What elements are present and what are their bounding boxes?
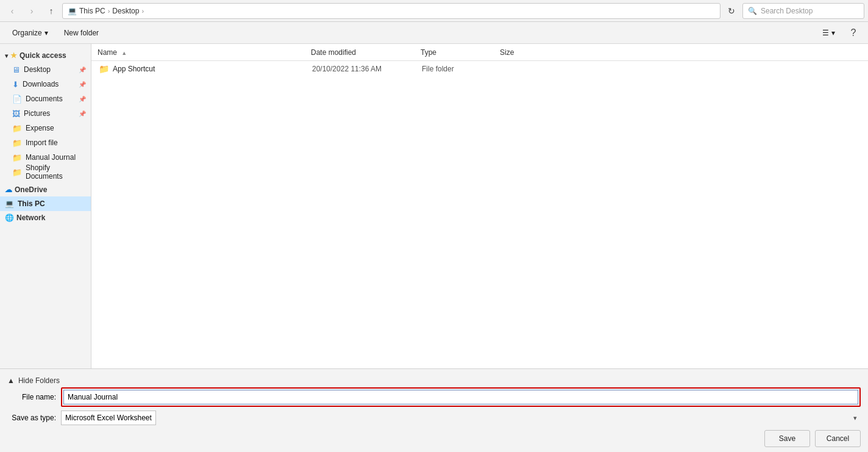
help-button[interactable]: ? xyxy=(845,24,862,41)
pin-icon-pictures: 📌 xyxy=(79,110,86,117)
column-header-type[interactable]: Type xyxy=(421,48,500,57)
sidebar-pictures-label: Pictures xyxy=(24,109,50,118)
file-name-cell: 📁 App Shortcut xyxy=(99,64,312,74)
organize-button[interactable]: Organize ▾ xyxy=(6,25,54,41)
cancel-button[interactable]: Cancel xyxy=(815,430,861,447)
pin-icon-downloads: 📌 xyxy=(79,81,86,88)
sidebar-manualjournal-label: Manual Journal xyxy=(26,153,76,162)
refresh-button[interactable]: ↻ xyxy=(723,2,740,20)
sidebar-item-pictures[interactable]: 🖼 Pictures 📌 xyxy=(0,106,91,121)
table-row[interactable]: 📁 App Shortcut 20/10/2022 11:36 AM File … xyxy=(98,61,862,77)
sidebar-item-shopifydocs[interactable]: 📁 Shopify Documents xyxy=(0,165,91,179)
back-button[interactable]: ‹ xyxy=(4,2,21,20)
column-headers: Name ▲ Date modified Type Size xyxy=(91,44,868,61)
sidebar-section-onedrive[interactable]: ☁ OneDrive xyxy=(0,183,91,196)
savetype-wrapper: Microsoft Excel Worksheet xyxy=(61,411,861,425)
save-button[interactable]: Save xyxy=(764,430,810,447)
breadcrumb-separator-1: › xyxy=(108,7,110,15)
sidebar-expense-label: Expense xyxy=(26,124,54,132)
sidebar-item-desktop[interactable]: 🖥 Desktop 📌 xyxy=(0,62,91,77)
hide-folders-label: Hide Folders xyxy=(18,376,60,385)
thispc-label: This PC xyxy=(18,199,45,208)
file-type-cell: File folder xyxy=(422,65,501,73)
forward-button[interactable]: › xyxy=(23,2,40,20)
onedrive-icon: ☁ xyxy=(5,185,12,194)
column-header-name[interactable]: Name ▲ xyxy=(98,48,311,57)
pin-icon-documents: 📌 xyxy=(79,96,86,102)
search-box[interactable]: 🔍 Search Desktop xyxy=(742,3,864,19)
content-area: Name ▲ Date modified Type Size 📁 App Sho… xyxy=(91,44,868,368)
new-folder-label: New folder xyxy=(64,29,99,37)
onedrive-label: OneDrive xyxy=(15,185,47,194)
shopifydocs-folder-icon: 📁 xyxy=(12,168,22,177)
sidebar-item-downloads[interactable]: ⬇ Downloads 📌 xyxy=(0,77,91,91)
sidebar-downloads-label: Downloads xyxy=(23,80,59,88)
help-icon: ? xyxy=(851,27,856,38)
view-icon: ☰ xyxy=(822,29,829,37)
sidebar-item-manualjournal[interactable]: 📁 Manual Journal xyxy=(0,150,91,165)
savetype-label: Save as type: xyxy=(7,414,56,422)
organize-chevron-icon: ▾ xyxy=(44,29,48,37)
search-icon: 🔍 xyxy=(748,7,757,15)
sidebar: ▾ ★ Quick access 🖥 Desktop 📌 ⬇ Downloads… xyxy=(0,44,91,368)
network-label: Network xyxy=(16,213,45,222)
sidebar-item-documents[interactable]: 📄 Documents 📌 xyxy=(0,91,91,106)
sidebar-section-network[interactable]: 🌐 Network xyxy=(0,211,91,224)
file-list: 📁 App Shortcut 20/10/2022 11:36 AM File … xyxy=(91,61,868,368)
sort-indicator: ▲ xyxy=(121,50,127,56)
computer-icon: 💻 xyxy=(68,7,77,15)
network-icon: 🌐 xyxy=(5,213,14,222)
chevron-down-icon: ▾ xyxy=(5,52,8,59)
bottom-panel: ▲ Hide Folders File name: Save as type: … xyxy=(0,368,868,452)
column-header-date[interactable]: Date modified xyxy=(311,48,421,57)
view-options-button[interactable]: ☰ ▾ xyxy=(816,25,841,41)
sidebar-shopifydocs-label: Shopify Documents xyxy=(26,163,86,181)
breadcrumb-item-thispc[interactable]: 💻 This PC xyxy=(68,7,105,15)
file-name-label: App Shortcut xyxy=(113,65,155,73)
quick-access-label: Quick access xyxy=(20,51,66,60)
sidebar-documents-label: Documents xyxy=(26,95,63,103)
sidebar-section-quick-access[interactable]: ▾ ★ Quick access xyxy=(0,49,91,62)
column-header-size[interactable]: Size xyxy=(500,48,549,57)
up-button[interactable]: ↑ xyxy=(43,2,60,20)
new-folder-button[interactable]: New folder xyxy=(58,25,105,41)
documents-icon: 📄 xyxy=(12,95,22,104)
sidebar-item-importfile[interactable]: 📁 Import file xyxy=(0,135,91,150)
savetype-select[interactable]: Microsoft Excel Worksheet xyxy=(61,411,156,425)
breadcrumb-separator-2: › xyxy=(141,7,144,15)
navigation-bar: ‹ › ↑ 💻 This PC › Desktop › ↻ 🔍 Search D… xyxy=(0,0,868,22)
desktop-icon: 🖥 xyxy=(12,65,20,74)
sidebar-section-thispc[interactable]: 💻 This PC xyxy=(0,196,91,211)
main-container: ▾ ★ Quick access 🖥 Desktop 📌 ⬇ Downloads… xyxy=(0,44,868,368)
expense-folder-icon: 📁 xyxy=(12,124,22,133)
importfile-folder-icon: 📁 xyxy=(12,138,22,148)
file-date-cell: 20/10/2022 11:36 AM xyxy=(312,65,422,73)
action-row: Save Cancel xyxy=(7,430,861,447)
filename-row: File name: xyxy=(7,387,861,407)
breadcrumb[interactable]: 💻 This PC › Desktop › xyxy=(62,3,720,19)
hide-folders-chevron-icon: ▲ xyxy=(7,376,15,385)
folder-icon: 📁 xyxy=(99,64,109,74)
view-chevron-icon: ▾ xyxy=(831,29,835,37)
toolbar: Organize ▾ New folder ☰ ▾ ? xyxy=(0,22,868,44)
thispc-icon: 💻 xyxy=(5,199,14,208)
filename-label: File name: xyxy=(7,393,56,401)
star-icon: ★ xyxy=(10,51,17,60)
sidebar-item-expense[interactable]: 📁 Expense xyxy=(0,121,91,135)
savetype-row: Save as type: Microsoft Excel Worksheet xyxy=(7,411,861,425)
pictures-icon: 🖼 xyxy=(12,109,20,118)
sidebar-importfile-label: Import file xyxy=(26,138,58,147)
hide-folders-row[interactable]: ▲ Hide Folders xyxy=(7,374,861,387)
downloads-icon: ⬇ xyxy=(12,80,19,89)
filename-input[interactable] xyxy=(63,390,858,404)
breadcrumb-item-desktop[interactable]: Desktop xyxy=(112,7,139,15)
pin-icon: 📌 xyxy=(79,66,86,73)
filename-input-wrapper xyxy=(61,387,861,407)
manualjournal-folder-icon: 📁 xyxy=(12,153,22,162)
organize-label: Organize xyxy=(12,29,42,37)
sidebar-desktop-label: Desktop xyxy=(24,65,51,74)
